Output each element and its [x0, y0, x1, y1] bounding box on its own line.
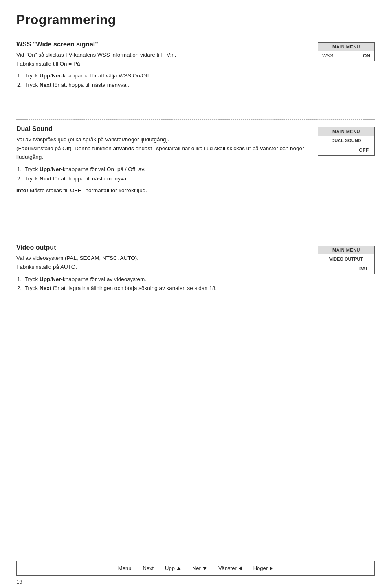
wss-menu-label: WSS [322, 53, 333, 59]
page-title: Programmering [16, 12, 375, 27]
wss-menu-row: WSS ON [318, 51, 374, 61]
wss-step-1: 1. Tryck Upp/Ner-knapparna för att välja… [16, 71, 305, 81]
video-output-step-1: 1. Tryck Upp/Ner-knapparna för val av vi… [16, 275, 305, 284]
dual-sound-menu-box: MAIN MENU DUAL SOUND OFF [318, 127, 375, 156]
wss-menu-header: MAIN MENU [318, 43, 374, 51]
nav-up-label: Upp [165, 565, 175, 571]
dual-sound-menu-header: MAIN MENU [318, 127, 374, 136]
nav-down[interactable]: Ner [192, 565, 207, 571]
video-output-title: Video output [16, 244, 305, 251]
divider-wss [16, 35, 375, 35]
wss-intro: Vid "On" så skickas TV-kanalens WSS info… [16, 50, 305, 68]
dual-sound-intro: Val av tvåspråks-ljud (olika språk på vä… [16, 135, 305, 162]
wss-step-2: 2. Tryck Next för att hoppa till nästa m… [16, 81, 305, 90]
video-output-menu-row: PAL [318, 264, 374, 274]
dual-sound-step-1: 1. Tryck Upp/Ner-knapparna för val On=på… [16, 165, 305, 174]
wss-steps: 1. Tryck Upp/Ner-knapparna för att välja… [16, 71, 305, 90]
video-output-menu-value: PAL [359, 266, 369, 272]
nav-next-label: Next [143, 565, 154, 571]
dual-sound-sub-header: DUAL SOUND [331, 138, 361, 143]
left-icon [239, 566, 242, 570]
video-output-menu-box: MAIN MENU VIDEO OUTPUT PAL [318, 246, 375, 274]
dual-sound-menu-row: OFF [318, 145, 374, 155]
nav-up[interactable]: Upp [165, 565, 181, 571]
dual-sound-menu-sub: DUAL SOUND [318, 136, 374, 145]
down-icon [203, 567, 207, 570]
dual-sound-menu-value: OFF [359, 147, 369, 153]
video-output-steps: 1. Tryck Upp/Ner-knapparna för val av vi… [16, 275, 305, 294]
info-label: Info! [16, 187, 28, 193]
nav-left[interactable]: Vänster [218, 565, 242, 571]
nav-right[interactable]: Höger [253, 565, 273, 571]
dual-sound-info: Info! Måste ställas till OFF i normalfal… [16, 186, 305, 195]
nav-menu[interactable]: Menu [118, 565, 132, 571]
video-output-intro: Val av videosystem (PAL, SECAM, NTSC, AU… [16, 254, 305, 271]
video-output-menu-header: MAIN MENU [318, 246, 374, 254]
dual-sound-title: Dual Sound [16, 125, 305, 133]
section-dual-sound: Dual Sound Val av tvåspråks-ljud (olika … [16, 125, 375, 195]
nav-left-label: Vänster [218, 565, 237, 571]
nav-right-label: Höger [253, 565, 268, 571]
dual-sound-step-2: 2. Tryck Next för att hoppa till nästa m… [16, 174, 305, 184]
divider-dual-sound [16, 119, 375, 120]
up-icon [177, 567, 181, 570]
wss-title: WSS "Wide screen signal" [16, 41, 305, 48]
video-output-sub-header: VIDEO OUTPUT [329, 257, 363, 261]
dual-sound-steps: 1. Tryck Upp/Ner-knapparna för val On=på… [16, 165, 305, 184]
nav-down-label: Ner [192, 565, 201, 571]
page-number: 16 [16, 579, 22, 585]
nav-next[interactable]: Next [143, 565, 154, 571]
wss-menu-value: ON [363, 53, 370, 59]
section-video-output: Video output Val av videosystem (PAL, SE… [16, 244, 375, 296]
nav-menu-label: Menu [118, 565, 132, 571]
wss-menu-box: MAIN MENU WSS ON [318, 42, 375, 61]
bottom-nav-bar: Menu Next Upp Ner Vänster Höger [16, 561, 375, 576]
video-output-menu-sub: VIDEO OUTPUT [318, 254, 374, 264]
divider-video-output [16, 238, 375, 238]
section-wss: WSS "Wide screen signal" Vid "On" så ski… [16, 41, 375, 92]
bottom-bar-items: Menu Next Upp Ner Vänster Höger [110, 561, 281, 575]
video-output-step-2: 2. Tryck Next för att lagra inställninge… [16, 284, 305, 293]
right-icon [270, 566, 273, 570]
